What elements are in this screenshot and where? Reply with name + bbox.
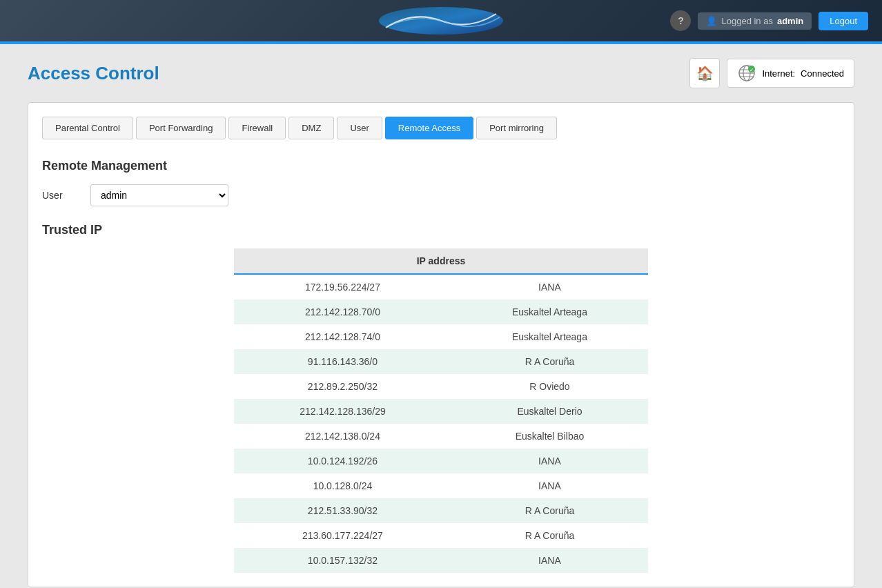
tab-dmz[interactable]: DMZ (288, 117, 334, 139)
table-row[interactable]: 91.116.143.36/0 R A Coruña (234, 349, 648, 374)
internet-label: Internet: (762, 68, 795, 79)
user-select[interactable]: admin guest (90, 184, 228, 206)
ip-label-cell: IANA (451, 473, 648, 498)
ip-address-cell: 212.142.128.70/0 (234, 300, 451, 324)
ip-label-cell: Euskaltel Arteaga (451, 324, 648, 349)
ip-address-cell: 10.0.124.192/26 (234, 449, 451, 473)
table-row[interactable]: 213.60.177.224/27 R A Coruña (234, 523, 648, 548)
tab-parental-control[interactable]: Parental Control (42, 117, 133, 139)
trusted-ip-title: Trusted IP (42, 223, 840, 237)
table-row[interactable]: 212.89.2.250/32 R Oviedo (234, 374, 648, 399)
globe-icon: ✓ (737, 63, 756, 83)
table-row[interactable]: 212.142.138.0/24 Euskaltel Bilbao (234, 424, 648, 449)
table-row[interactable]: 172.19.56.224/27 IANA (234, 274, 648, 300)
ip-label-cell: R A Coruña (451, 498, 648, 523)
main-card: Parental Control Port Forwarding Firewal… (28, 102, 854, 587)
user-field-row: User admin guest (42, 184, 840, 206)
ip-address-cell: 212.142.138.0/24 (234, 424, 451, 449)
table-row[interactable]: 212.142.128.136/29 Euskaltel Derio (234, 399, 648, 424)
user-label: User (42, 190, 77, 201)
remote-management-title: Remote Management (42, 159, 840, 173)
ip-label-cell: IANA (451, 274, 648, 300)
page-header: Access Control 🏠 ✓ Internet: Connected (28, 58, 854, 88)
tab-port-forwarding[interactable]: Port Forwarding (136, 117, 226, 139)
main-content: Access Control 🏠 ✓ Internet: Connected (0, 44, 882, 588)
ip-address-cell: 10.0.128.0/24 (234, 473, 451, 498)
logo (372, 3, 510, 38)
ip-label-cell: R A Coruña (451, 523, 648, 548)
internet-status: ✓ Internet: Connected (727, 59, 854, 88)
table-row[interactable]: 10.0.124.192/26 IANA (234, 449, 648, 473)
ip-label-cell: R A Coruña (451, 349, 648, 374)
ip-address-cell: 212.89.2.250/32 (234, 374, 451, 399)
table-row[interactable]: 212.51.33.90/32 R A Coruña (234, 498, 648, 523)
status-bar: 🏠 ✓ Internet: Connected (689, 58, 854, 88)
ip-table-header: IP address (234, 248, 648, 274)
username-label: admin (777, 16, 803, 26)
ip-address-cell: 212.142.128.136/29 (234, 399, 451, 424)
ip-label-cell: Euskaltel Bilbao (451, 424, 648, 449)
internet-status-value: Connected (801, 68, 844, 79)
header: ? 👤 Logged in as admin Logout (0, 0, 882, 41)
table-row[interactable]: 10.0.128.0/24 IANA (234, 473, 648, 498)
ip-address-cell: 212.142.128.74/0 (234, 324, 451, 349)
table-row[interactable]: 10.0.157.132/32 IANA (234, 548, 648, 573)
table-row[interactable]: 212.142.128.70/0 Euskaltel Arteaga (234, 300, 648, 324)
help-button[interactable]: ? (670, 10, 691, 31)
person-icon: 👤 (706, 16, 717, 26)
logout-button[interactable]: Logout (819, 12, 868, 30)
ip-label-cell: IANA (451, 449, 648, 473)
page-title: Access Control (28, 63, 159, 84)
ip-address-cell: 213.60.177.224/27 (234, 523, 451, 548)
ip-address-cell: 91.116.143.36/0 (234, 349, 451, 374)
ip-label-cell: Euskaltel Derio (451, 399, 648, 424)
ip-address-cell: 212.51.33.90/32 (234, 498, 451, 523)
ip-address-cell: 172.19.56.224/27 (234, 274, 451, 300)
tabs-container: Parental Control Port Forwarding Firewal… (42, 117, 840, 142)
table-row[interactable]: 212.142.128.74/0 Euskaltel Arteaga (234, 324, 648, 349)
ip-address-cell: 10.0.157.132/32 (234, 548, 451, 573)
help-icon: ? (678, 15, 684, 26)
tab-user[interactable]: User (337, 117, 382, 139)
svg-text:✓: ✓ (749, 68, 754, 72)
ip-table: IP address 172.19.56.224/27 IANA 212.142… (234, 248, 648, 573)
logged-in-as-label: Logged in as (721, 16, 772, 26)
tab-port-mirroring[interactable]: Port mirroring (476, 117, 557, 139)
user-info: 👤 Logged in as admin (698, 12, 812, 30)
ip-label-cell: R Oviedo (451, 374, 648, 399)
tab-remote-access[interactable]: Remote Access (385, 117, 473, 139)
ip-label-cell: IANA (451, 548, 648, 573)
tab-firewall[interactable]: Firewall (228, 117, 286, 139)
home-button[interactable]: 🏠 (689, 58, 720, 88)
header-right: ? 👤 Logged in as admin Logout (670, 10, 868, 31)
ip-label-cell: Euskaltel Arteaga (451, 300, 648, 324)
